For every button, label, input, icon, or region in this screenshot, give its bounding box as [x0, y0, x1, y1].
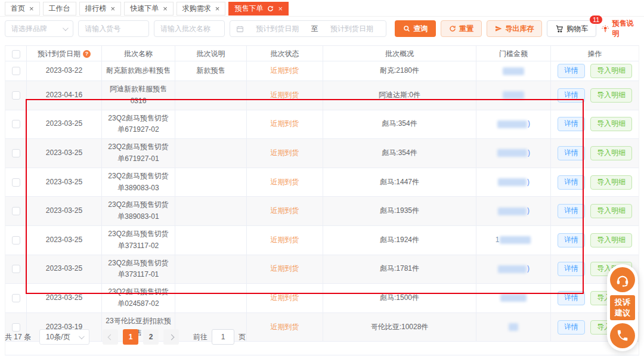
- import-detail-button[interactable]: 导入明细: [590, 146, 632, 160]
- chevron-right-icon: [168, 334, 174, 340]
- complaint-suggestion-button[interactable]: 投诉 建议: [610, 295, 635, 320]
- header-checkbox-cell: [5, 46, 27, 63]
- batch-name-input[interactable]: [160, 24, 218, 33]
- send-icon: [495, 25, 502, 32]
- detail-button[interactable]: 详情: [558, 320, 585, 335]
- tab[interactable]: 求购需求 ×: [177, 2, 226, 16]
- detail-button[interactable]: 详情: [558, 233, 585, 247]
- row-checkbox[interactable]: [12, 67, 20, 75]
- cell-batch-overview: 彪马:354件: [323, 139, 476, 168]
- tab-close-icon[interactable]: ×: [163, 5, 168, 13]
- detail-button[interactable]: 详情: [558, 175, 585, 190]
- detail-button[interactable]: 详情: [558, 64, 585, 78]
- cell-batch-status: 近期到货: [247, 226, 323, 255]
- cell-batch-name: 23Q2彪马预售切货单373117-01: [102, 255, 175, 284]
- cell-batch-name: 23Q2彪马预售切货单373117-02: [102, 226, 175, 255]
- cell-batch-overview: 彪马:1935件: [323, 197, 476, 225]
- cell-threshold-amount: [476, 313, 551, 342]
- total-count: 共 17 条: [5, 332, 31, 342]
- chevron-down-icon: [63, 25, 69, 31]
- row-checkbox[interactable]: [12, 178, 20, 187]
- import-detail-button[interactable]: 导入明细: [590, 204, 632, 218]
- detail-button[interactable]: 详情: [558, 204, 585, 218]
- row-checkbox[interactable]: [12, 265, 20, 273]
- presale-notice-link[interactable]: 预售说明: [601, 18, 639, 39]
- import-detail-button[interactable]: 导入明细: [590, 175, 632, 190]
- prev-page-button[interactable]: [103, 329, 118, 345]
- detail-button[interactable]: 详情: [558, 291, 585, 305]
- detail-button[interactable]: 详情: [558, 88, 585, 103]
- goto-page-input[interactable]: [212, 329, 234, 345]
- row-checkbox[interactable]: [12, 120, 20, 128]
- cell-arrival-date: 2023-03-25: [27, 255, 102, 284]
- reset-button[interactable]: 重置: [441, 20, 482, 37]
- tab[interactable]: 预售下单 ×: [228, 2, 289, 16]
- refresh-icon[interactable]: [267, 5, 274, 12]
- tab[interactable]: 快速下单 ×: [124, 2, 174, 16]
- cell-batch-name: 23Q2彪马预售切货单671927-02: [102, 110, 175, 139]
- page-number-button[interactable]: 1: [123, 329, 138, 345]
- cell-actions: 详情 导入明细: [551, 168, 639, 197]
- customer-service-button[interactable]: [610, 267, 635, 292]
- cell-batch-name: 阿迪新款鞋服预售0316: [102, 81, 175, 110]
- sku-input[interactable]: [85, 24, 143, 33]
- headset-icon: [615, 272, 630, 287]
- filter-bar: 请选择品牌 预计到货日期 至 预计到货日期 查询 重置 导出库存: [5, 20, 639, 37]
- select-all-checkbox[interactable]: [12, 50, 20, 58]
- help-icon[interactable]: ?: [83, 50, 91, 58]
- chevron-left-icon: [107, 334, 113, 340]
- cart-button[interactable]: 购物车 11: [547, 20, 596, 37]
- import-detail-button[interactable]: 导入明细: [590, 233, 632, 247]
- row-checkbox[interactable]: [12, 149, 20, 157]
- cell-batch-name: 23Q2彪马预售切货单389083-03: [102, 168, 175, 197]
- table-row: 2023-03-25 23Q2彪马预售切货单373117-01 近期到货 彪马:…: [5, 255, 639, 284]
- tab[interactable]: 排行榜 ×: [79, 2, 122, 16]
- phone-contact-button[interactable]: [610, 323, 635, 348]
- brand-select[interactable]: 请选择品牌: [5, 20, 73, 37]
- cart-icon: [555, 24, 564, 33]
- table-row: 2023-03-25 23Q2彪马预售切货单373117-02 近期到货 彪马:…: [5, 226, 639, 255]
- tab-close-icon[interactable]: ×: [29, 5, 34, 13]
- cell-threshold-amount: ): [476, 168, 551, 197]
- row-checkbox[interactable]: [12, 207, 20, 215]
- cell-actions: 详情 导入明细: [551, 61, 639, 81]
- tab-close-icon[interactable]: ×: [215, 5, 220, 13]
- tab-close-icon[interactable]: ×: [111, 5, 116, 13]
- search-button[interactable]: 查询: [395, 20, 436, 37]
- detail-button[interactable]: 详情: [558, 117, 585, 131]
- table-row: 2023-03-25 23Q2彪马预售切货单389083-01 近期到货 彪马:…: [5, 197, 639, 226]
- threshold-visible-suffix: ): [527, 177, 530, 188]
- import-detail-button[interactable]: 导入明细: [590, 117, 632, 131]
- cell-batch-desc: [175, 226, 247, 255]
- date-range-picker[interactable]: 预计到货日期 至 预计到货日期: [230, 20, 386, 37]
- tab[interactable]: 首页 ×: [5, 2, 40, 16]
- cell-batch-name: 23Q2彪马预售切货单024587-02: [102, 284, 175, 312]
- threshold-visible-suffix: ): [528, 118, 530, 130]
- row-checkbox[interactable]: [12, 294, 20, 302]
- cart-badge: 11: [589, 15, 603, 24]
- row-checkbox[interactable]: [12, 91, 20, 100]
- row-checkbox[interactable]: [12, 236, 20, 244]
- table-row: 2023-03-25 23Q2彪马预售切货单389083-03 近期到货 彪马:…: [5, 168, 639, 197]
- cell-batch-name: 耐克新款跑步鞋预售: [102, 61, 175, 81]
- tab-label: 求购需求: [182, 4, 211, 14]
- cell-batch-overview: 彪马:1781件: [323, 255, 476, 284]
- cell-actions: 详情 导入明细: [551, 197, 639, 225]
- next-page-button[interactable]: [163, 329, 179, 345]
- cell-threshold-amount: [476, 284, 551, 312]
- tab[interactable]: 工作台: [43, 2, 76, 16]
- import-detail-button[interactable]: 导入明细: [590, 64, 632, 78]
- tab-close-icon[interactable]: ×: [278, 5, 283, 13]
- page-number-button[interactable]: 2: [143, 329, 159, 345]
- detail-button[interactable]: 详情: [558, 146, 585, 160]
- import-detail-button[interactable]: 导入明细: [590, 88, 632, 103]
- detail-button[interactable]: 详情: [558, 262, 585, 276]
- date-end-placeholder: 预计到货日期: [324, 24, 380, 34]
- tab-label: 预售下单: [234, 4, 263, 14]
- tabbar-divider: [0, 16, 644, 17]
- export-stock-button[interactable]: 导出库存: [487, 20, 542, 37]
- table-row: 2023-03-25 23Q2彪马预售切货单024587-02 近期到货 彪马:…: [5, 284, 639, 313]
- page-size-select[interactable]: 10条/页: [39, 329, 89, 345]
- cell-batch-overview: 彪马:1500件: [323, 284, 476, 312]
- cell-batch-status: 近期到货: [247, 313, 323, 342]
